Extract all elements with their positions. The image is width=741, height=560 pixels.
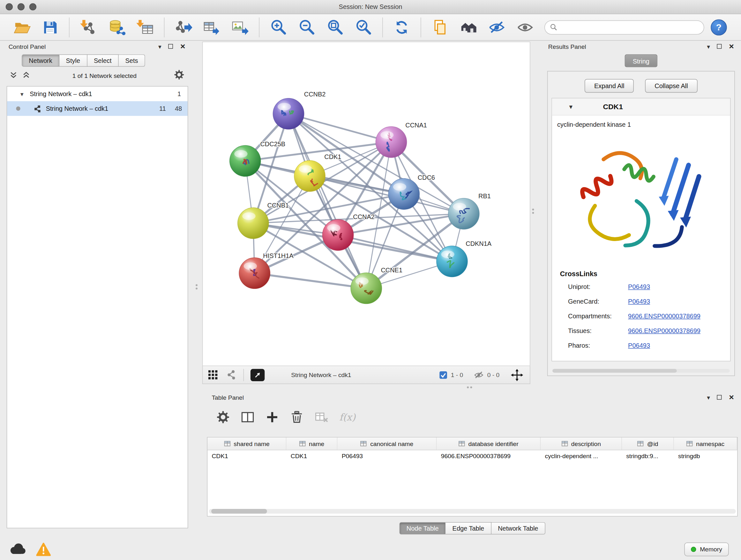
title-bar: Session: New Session	[0, 0, 741, 14]
refresh-view-icon[interactable]	[393, 18, 411, 36]
float-panel-icon[interactable]	[169, 44, 173, 49]
network-node[interactable]: CCNB1	[238, 202, 289, 239]
network-collection-row[interactable]: ▼ String Network – cdk1 1	[7, 86, 188, 101]
network-node[interactable]: CDKN1A	[436, 240, 492, 277]
export-image-icon[interactable]	[231, 18, 249, 36]
save-session-icon[interactable]	[41, 18, 59, 36]
network-node[interactable]: HIST1H1A	[239, 252, 293, 289]
export-table-icon[interactable]	[203, 18, 220, 36]
network-node[interactable]: RB1	[448, 192, 491, 229]
table-cell[interactable]: stringdb:9...	[622, 450, 674, 463]
column-header[interactable]: namespac	[674, 437, 737, 450]
tab-style[interactable]: Style	[59, 54, 87, 67]
selected-checkbox-icon[interactable]	[439, 371, 448, 379]
tab-edge-table[interactable]: Edge Table	[446, 522, 491, 535]
delete-row-trash-icon[interactable]	[290, 411, 303, 424]
column-header[interactable]: shared name	[207, 437, 286, 450]
close-panel-icon[interactable]: ×	[180, 42, 185, 51]
tab-network-table[interactable]: Network Table	[491, 522, 545, 535]
export-network-icon[interactable]	[174, 18, 192, 36]
copy-icon[interactable]	[431, 18, 449, 36]
tab-sets[interactable]: Sets	[119, 54, 145, 67]
show-all-icon[interactable]	[516, 18, 534, 36]
tab-network[interactable]: Network	[22, 54, 59, 67]
column-header[interactable]: database identifier	[436, 437, 541, 450]
table-horizontal-scrollbar[interactable]	[209, 509, 736, 514]
open-session-icon[interactable]	[13, 18, 30, 36]
left-splitter-grip[interactable]	[196, 284, 198, 289]
zoom-in-icon[interactable]	[269, 18, 287, 36]
manage-columns-icon[interactable]	[241, 411, 254, 424]
grid-view-icon[interactable]	[207, 369, 218, 380]
zoom-fit-icon[interactable]	[326, 18, 344, 36]
table-row[interactable]: CDK1 CDK1 P06493 9606.ENSP00000378699 cy…	[207, 450, 737, 463]
close-panel-icon[interactable]: ×	[729, 42, 734, 51]
column-header[interactable]: description	[541, 437, 622, 450]
hide-selected-icon[interactable]	[488, 18, 506, 36]
table-cell[interactable]: CDK1	[207, 450, 286, 463]
add-row-icon[interactable]	[266, 411, 279, 424]
zoom-out-icon[interactable]	[298, 18, 316, 36]
float-panel-icon[interactable]	[717, 395, 722, 400]
network-edge[interactable]	[255, 273, 366, 288]
crosslink-row: GeneCard: P06493	[552, 294, 730, 309]
table-cell[interactable]: P06493	[337, 450, 436, 463]
panel-menu-icon[interactable]: ▾	[707, 44, 710, 50]
gene-section-header[interactable]: ▼ CDK1	[552, 98, 730, 115]
network-edge[interactable]	[338, 235, 452, 261]
tab-string[interactable]: String	[625, 54, 658, 67]
tab-node-table[interactable]: Node Table	[400, 522, 446, 535]
warning-icon[interactable]	[36, 543, 51, 556]
panel-menu-icon[interactable]: ▾	[707, 394, 710, 400]
help-button[interactable]: ?	[711, 19, 727, 35]
collapse-section-icon[interactable]: ▼	[568, 104, 574, 110]
cloud-status-icon[interactable]	[9, 543, 26, 555]
birds-eye-view-button[interactable]	[251, 369, 265, 381]
tab-select[interactable]: Select	[87, 54, 119, 67]
network-row[interactable]: String Network – cdk1 11 48	[7, 101, 188, 116]
table-settings-gear-icon[interactable]	[216, 411, 229, 424]
network-edge-count: 48	[175, 105, 182, 112]
hidden-eye-icon[interactable]	[474, 370, 484, 380]
memory-button[interactable]: Memory	[684, 543, 729, 556]
import-table-from-file-icon[interactable]	[136, 18, 154, 36]
network-node[interactable]: CDK1	[294, 153, 341, 192]
column-header[interactable]: canonical name	[337, 437, 436, 450]
network-options-gear-icon[interactable]	[174, 70, 185, 82]
expand-all-networks-icon[interactable]	[10, 71, 17, 80]
collapse-collection-icon[interactable]: ▼	[19, 91, 24, 97]
zoom-selected-icon[interactable]	[354, 18, 373, 36]
network-graph[interactable]: CCNB2CCNA1CDC25BCDK1CDC6RB1CCNB1CCNA2CDK…	[203, 42, 530, 366]
expand-all-button[interactable]: Expand All	[585, 79, 634, 92]
import-network-from-database-icon[interactable]	[108, 18, 126, 36]
table-cell[interactable]: cyclin-dependent ...	[541, 450, 622, 463]
search-field[interactable]	[544, 20, 704, 34]
import-network-from-file-icon[interactable]	[79, 18, 97, 36]
horizontal-splitter-grip[interactable]	[467, 386, 472, 388]
search-input[interactable]	[560, 23, 699, 30]
table-cell[interactable]: 9606.ENSP00000378699	[436, 450, 541, 463]
pan-crosshair-icon[interactable]	[511, 369, 523, 381]
share-network-icon[interactable]	[226, 369, 237, 380]
crosslink-link[interactable]: P06493	[628, 283, 650, 290]
network-canvas[interactable]: CCNB2CCNA1CDC25BCDK1CDC6RB1CCNB1CCNA2CDK…	[202, 42, 530, 366]
right-splitter-grip[interactable]	[532, 208, 534, 213]
crosslink-link[interactable]: 9606.ENSP00000378699	[628, 327, 700, 334]
network-node[interactable]: CDC6	[388, 174, 435, 209]
collapse-all-networks-icon[interactable]	[22, 71, 30, 80]
column-header[interactable]: name	[286, 437, 337, 450]
collapse-all-button[interactable]: Collapse All	[645, 79, 697, 92]
table-cell[interactable]: CDK1	[286, 450, 337, 463]
network-node[interactable]: CCNA1	[376, 122, 427, 158]
crosslink-link[interactable]: P06493	[628, 298, 650, 305]
table-cell[interactable]: stringdb	[674, 450, 737, 463]
column-header[interactable]: @id	[622, 437, 674, 450]
crosslink-link[interactable]: 9606.ENSP00000378699	[628, 313, 700, 320]
results-scrollbar[interactable]	[552, 369, 730, 373]
network-node[interactable]: CCNB2	[273, 91, 326, 129]
crosslink-link[interactable]: P06493	[628, 342, 650, 349]
float-panel-icon[interactable]	[717, 44, 722, 49]
close-panel-icon[interactable]: ×	[729, 393, 734, 401]
panel-menu-icon[interactable]: ▾	[158, 44, 161, 50]
home-icon[interactable]	[459, 18, 477, 36]
